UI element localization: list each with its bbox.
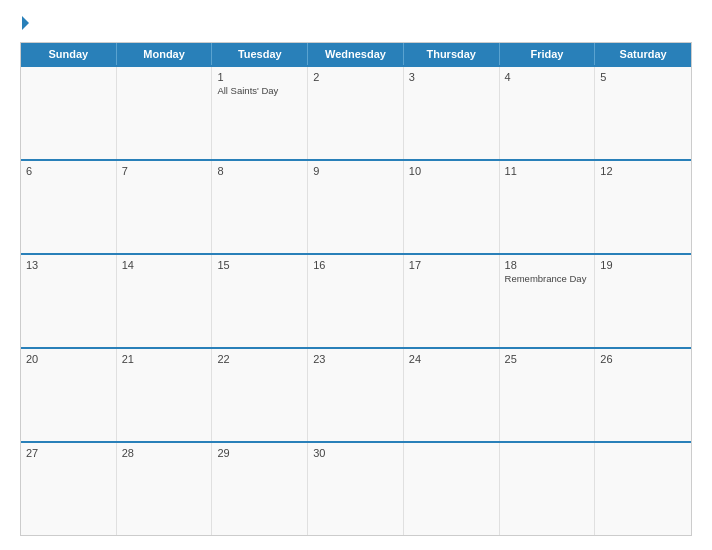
logo-triangle-icon [22, 16, 29, 30]
day-cell: 24 [404, 349, 500, 441]
day-cell: 22 [212, 349, 308, 441]
calendar-grid: SundayMondayTuesdayWednesdayThursdayFrid… [20, 42, 692, 536]
day-cell: 17 [404, 255, 500, 347]
day-cell: 23 [308, 349, 404, 441]
day-number: 16 [313, 259, 398, 271]
header [20, 18, 692, 30]
week-row-4: 20212223242526 [21, 347, 691, 441]
day-header-friday: Friday [500, 43, 596, 65]
day-number: 22 [217, 353, 302, 365]
day-number: 5 [600, 71, 686, 83]
day-header-thursday: Thursday [404, 43, 500, 65]
day-number: 27 [26, 447, 111, 459]
day-event: Remembrance Day [505, 273, 590, 285]
week-row-2: 6789101112 [21, 159, 691, 253]
day-cell: 6 [21, 161, 117, 253]
week-row-5: 27282930 [21, 441, 691, 535]
day-number: 2 [313, 71, 398, 83]
day-number: 30 [313, 447, 398, 459]
day-number: 9 [313, 165, 398, 177]
weeks-container: 1All Saints' Day234567891011121314151617… [21, 65, 691, 535]
day-number: 23 [313, 353, 398, 365]
day-cell: 27 [21, 443, 117, 535]
logo [20, 18, 29, 30]
day-headers-row: SundayMondayTuesdayWednesdayThursdayFrid… [21, 43, 691, 65]
day-cell: 14 [117, 255, 213, 347]
day-cell: 20 [21, 349, 117, 441]
day-number: 6 [26, 165, 111, 177]
day-header-wednesday: Wednesday [308, 43, 404, 65]
day-cell: 29 [212, 443, 308, 535]
day-number: 10 [409, 165, 494, 177]
day-cell: 13 [21, 255, 117, 347]
day-number: 19 [600, 259, 686, 271]
day-number: 20 [26, 353, 111, 365]
day-cell: 30 [308, 443, 404, 535]
day-cell: 5 [595, 67, 691, 159]
day-number: 28 [122, 447, 207, 459]
day-cell: 11 [500, 161, 596, 253]
day-cell [404, 443, 500, 535]
day-cell: 7 [117, 161, 213, 253]
day-cell: 4 [500, 67, 596, 159]
logo-blue-row [20, 18, 29, 30]
day-number: 11 [505, 165, 590, 177]
day-cell: 9 [308, 161, 404, 253]
day-cell: 3 [404, 67, 500, 159]
day-number: 7 [122, 165, 207, 177]
day-number: 24 [409, 353, 494, 365]
day-event: All Saints' Day [217, 85, 302, 97]
day-number: 15 [217, 259, 302, 271]
day-cell: 16 [308, 255, 404, 347]
day-number: 8 [217, 165, 302, 177]
day-cell: 25 [500, 349, 596, 441]
day-number: 21 [122, 353, 207, 365]
day-header-saturday: Saturday [595, 43, 691, 65]
day-header-sunday: Sunday [21, 43, 117, 65]
day-cell [595, 443, 691, 535]
day-number: 13 [26, 259, 111, 271]
day-cell: 26 [595, 349, 691, 441]
day-number: 4 [505, 71, 590, 83]
day-number: 29 [217, 447, 302, 459]
day-number: 18 [505, 259, 590, 271]
day-number: 26 [600, 353, 686, 365]
day-header-tuesday: Tuesday [212, 43, 308, 65]
day-number: 1 [217, 71, 302, 83]
day-cell [500, 443, 596, 535]
day-cell: 12 [595, 161, 691, 253]
day-number: 3 [409, 71, 494, 83]
day-cell: 19 [595, 255, 691, 347]
day-cell [21, 67, 117, 159]
day-cell: 21 [117, 349, 213, 441]
day-number: 14 [122, 259, 207, 271]
day-cell: 1All Saints' Day [212, 67, 308, 159]
day-cell: 10 [404, 161, 500, 253]
day-cell [117, 67, 213, 159]
day-number: 12 [600, 165, 686, 177]
day-number: 25 [505, 353, 590, 365]
week-row-3: 131415161718Remembrance Day19 [21, 253, 691, 347]
day-number: 17 [409, 259, 494, 271]
day-header-monday: Monday [117, 43, 213, 65]
calendar-page: SundayMondayTuesdayWednesdayThursdayFrid… [0, 0, 712, 550]
day-cell: 28 [117, 443, 213, 535]
day-cell: 18Remembrance Day [500, 255, 596, 347]
week-row-1: 1All Saints' Day2345 [21, 65, 691, 159]
day-cell: 8 [212, 161, 308, 253]
day-cell: 2 [308, 67, 404, 159]
day-cell: 15 [212, 255, 308, 347]
